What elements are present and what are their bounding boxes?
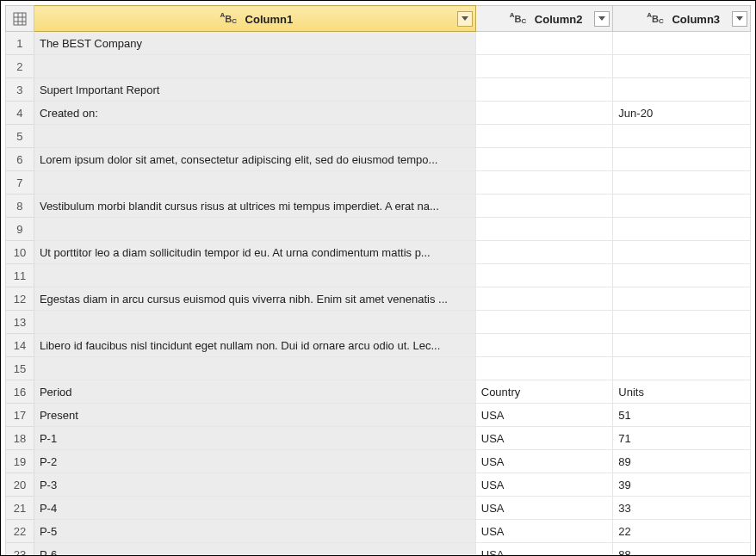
cell-column3[interactable] <box>613 264 751 287</box>
table-row[interactable]: 23P-6USA88 <box>6 543 751 557</box>
column-header-column2[interactable]: ABC Column2 <box>475 6 613 32</box>
cell-column3[interactable] <box>613 148 751 171</box>
datatype-text-icon[interactable]: ABC <box>643 15 669 24</box>
cell-column1[interactable] <box>34 264 475 287</box>
cell-column1[interactable]: The BEST Company <box>34 32 475 55</box>
cell-column2[interactable] <box>475 55 613 78</box>
cell-column1[interactable]: P-1 <box>34 427 475 450</box>
cell-column1[interactable]: Lorem ipsum dolor sit amet, consectetur … <box>34 148 475 171</box>
cell-column3[interactable] <box>613 311 751 334</box>
row-number[interactable]: 8 <box>6 195 34 218</box>
cell-column3[interactable]: Units <box>613 380 751 404</box>
cell-column1[interactable]: P-4 <box>34 497 475 520</box>
cell-column2[interactable]: USA <box>475 543 613 557</box>
row-number[interactable]: 21 <box>6 497 34 520</box>
cell-column2[interactable]: USA <box>475 473 613 497</box>
row-number[interactable]: 3 <box>6 78 34 102</box>
row-number[interactable]: 7 <box>6 171 34 195</box>
row-number[interactable]: 15 <box>6 357 34 380</box>
cell-column3[interactable]: 89 <box>613 450 751 473</box>
cell-column3[interactable] <box>613 55 751 78</box>
cell-column2[interactable] <box>475 32 613 55</box>
table-row[interactable]: 17PresentUSA51 <box>6 404 751 427</box>
cell-column1[interactable]: P-5 <box>34 520 475 543</box>
cell-column2[interactable] <box>475 311 613 334</box>
table-row[interactable]: 14Libero id faucibus nisl tincidunt eget… <box>6 334 751 357</box>
row-number[interactable]: 19 <box>6 450 34 473</box>
cell-column3[interactable] <box>613 334 751 357</box>
table-row[interactable]: 1The BEST Company <box>6 32 751 55</box>
cell-column2[interactable]: USA <box>475 520 613 543</box>
cell-column3[interactable]: 51 <box>613 404 751 427</box>
table-row[interactable]: 8Vestibulum morbi blandit cursus risus a… <box>6 195 751 218</box>
cell-column3[interactable]: 22 <box>613 520 751 543</box>
cell-column3[interactable]: 88 <box>613 543 751 557</box>
row-number[interactable]: 1 <box>6 32 34 55</box>
cell-column2[interactable]: USA <box>475 427 613 450</box>
table-row[interactable]: 3Supert Important Report <box>6 78 751 102</box>
cell-column1[interactable] <box>34 357 475 380</box>
cell-column2[interactable]: USA <box>475 450 613 473</box>
cell-column2[interactable]: Country <box>475 380 613 404</box>
row-number[interactable]: 20 <box>6 473 34 497</box>
cell-column2[interactable] <box>475 78 613 102</box>
cell-column1[interactable] <box>34 125 475 148</box>
cell-column1[interactable]: Ut porttitor leo a diam sollicitudin tem… <box>34 241 475 264</box>
row-number[interactable]: 9 <box>6 218 34 241</box>
column-header-column1[interactable]: ABC Column1 <box>34 6 475 32</box>
cell-column2[interactable] <box>475 125 613 148</box>
cell-column1[interactable]: Supert Important Report <box>34 78 475 102</box>
cell-column2[interactable] <box>475 241 613 264</box>
table-row[interactable]: 16PeriodCountryUnits <box>6 380 751 404</box>
cell-column3[interactable] <box>613 241 751 264</box>
table-row[interactable]: 11 <box>6 264 751 287</box>
column-filter-button[interactable] <box>732 11 747 27</box>
cell-column1[interactable]: Egestas diam in arcu cursus euismod quis… <box>34 287 475 311</box>
cell-column1[interactable]: Libero id faucibus nisl tincidunt eget n… <box>34 334 475 357</box>
cell-column2[interactable] <box>475 264 613 287</box>
cell-column2[interactable] <box>475 334 613 357</box>
cell-column3[interactable] <box>613 32 751 55</box>
table-row[interactable]: 6Lorem ipsum dolor sit amet, consectetur… <box>6 148 751 171</box>
cell-column1[interactable]: Vestibulum morbi blandit cursus risus at… <box>34 195 475 218</box>
cell-column3[interactable]: Jun-20 <box>613 102 751 125</box>
cell-column3[interactable] <box>613 171 751 195</box>
table-row[interactable]: 7 <box>6 171 751 195</box>
cell-column3[interactable] <box>613 357 751 380</box>
row-number[interactable]: 16 <box>6 380 34 404</box>
row-number[interactable]: 12 <box>6 287 34 311</box>
cell-column2[interactable] <box>475 102 613 125</box>
table-row[interactable]: 9 <box>6 218 751 241</box>
row-number[interactable]: 10 <box>6 241 34 264</box>
cell-column3[interactable] <box>613 195 751 218</box>
cell-column1[interactable]: Created on: <box>34 102 475 125</box>
row-number[interactable]: 5 <box>6 125 34 148</box>
cell-column2[interactable] <box>475 195 613 218</box>
column-header-column3[interactable]: ABC Column3 <box>613 6 751 32</box>
cell-column1[interactable] <box>34 55 475 78</box>
datatype-text-icon[interactable]: ABC <box>216 15 242 24</box>
table-row[interactable]: 12Egestas diam in arcu cursus euismod qu… <box>6 287 751 311</box>
table-row[interactable]: 2 <box>6 55 751 78</box>
cell-column2[interactable] <box>475 357 613 380</box>
table-row[interactable]: 18P-1USA71 <box>6 427 751 450</box>
cell-column1[interactable]: Present <box>34 404 475 427</box>
row-number[interactable]: 14 <box>6 334 34 357</box>
cell-column3[interactable] <box>613 218 751 241</box>
cell-column1[interactable] <box>34 171 475 195</box>
cell-column1[interactable] <box>34 311 475 334</box>
table-row[interactable]: 13 <box>6 311 751 334</box>
row-number[interactable]: 17 <box>6 404 34 427</box>
select-all-corner[interactable] <box>6 6 34 32</box>
cell-column2[interactable] <box>475 171 613 195</box>
row-number[interactable]: 23 <box>6 543 34 557</box>
table-row[interactable]: 21P-4USA33 <box>6 497 751 520</box>
cell-column1[interactable]: P-3 <box>34 473 475 497</box>
row-number[interactable]: 6 <box>6 148 34 171</box>
row-number[interactable]: 2 <box>6 55 34 78</box>
row-number[interactable]: 4 <box>6 102 34 125</box>
table-row[interactable]: 4Created on:Jun-20 <box>6 102 751 125</box>
column-filter-button[interactable] <box>594 11 610 27</box>
row-number[interactable]: 18 <box>6 427 34 450</box>
table-row[interactable]: 10Ut porttitor leo a diam sollicitudin t… <box>6 241 751 264</box>
